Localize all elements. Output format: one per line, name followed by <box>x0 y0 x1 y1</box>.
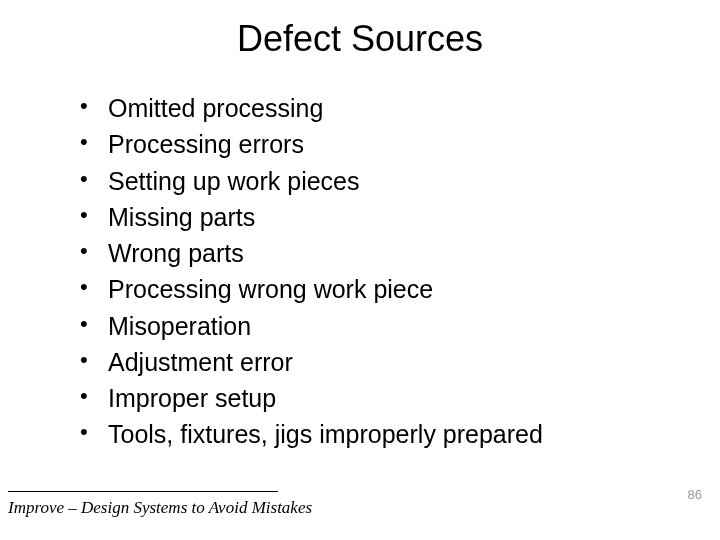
list-item: Omitted processing <box>80 90 680 126</box>
bullet-list-container: Omitted processing Processing errors Set… <box>0 90 720 453</box>
bullet-list: Omitted processing Processing errors Set… <box>80 90 680 453</box>
footer-divider <box>8 491 278 492</box>
page-number: 86 <box>688 487 702 502</box>
list-item: Adjustment error <box>80 344 680 380</box>
list-item: Processing wrong work piece <box>80 271 680 307</box>
list-item: Misoperation <box>80 308 680 344</box>
list-item: Improper setup <box>80 380 680 416</box>
list-item: Missing parts <box>80 199 680 235</box>
list-item: Wrong parts <box>80 235 680 271</box>
footer-text: Improve – Design Systems to Avoid Mistak… <box>8 498 312 518</box>
list-item: Processing errors <box>80 126 680 162</box>
list-item: Tools, fixtures, jigs improperly prepare… <box>80 416 680 452</box>
slide-title: Defect Sources <box>0 18 720 60</box>
list-item: Setting up work pieces <box>80 163 680 199</box>
